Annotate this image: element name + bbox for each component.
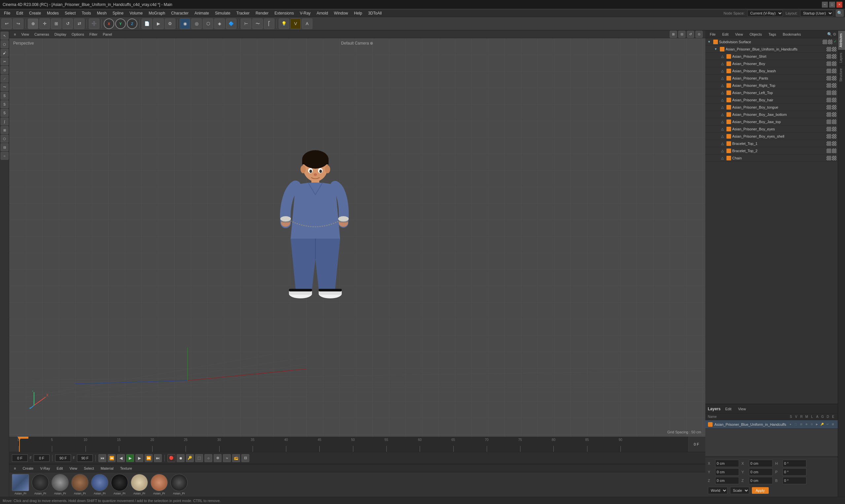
material-item-3[interactable]: Asian_Pr [71,474,88,495]
tool-magnet[interactable]: ⊙ [1,66,8,74]
vp-menu-icon[interactable]: ≡ [12,32,18,37]
object-tool-button[interactable]: ◉ [180,18,190,29]
tree-item-right-top[interactable]: △ Asian_Prisoner_Right_Top [705,82,838,89]
vp-expand-button[interactable]: ⊞ [670,31,677,38]
menu-simulate[interactable]: Simulate [212,10,233,16]
tree-item-chain[interactable]: △ Chain [705,155,838,162]
layer-ctrl-s[interactable]: ● [788,422,793,427]
tool-cursor[interactable]: ↖ [1,32,8,40]
viewport-canvas[interactable]: Perspective Default Camera ⊕ [9,38,705,437]
motion-path-button[interactable]: ⬚ [195,454,203,462]
b-rot-input[interactable] [782,477,806,484]
end-frame-input[interactable] [77,454,93,462]
material-item-6[interactable]: Asian_Pr [131,474,148,495]
axis-z-button[interactable]: Z [127,18,137,29]
menu-render[interactable]: Render [253,10,271,16]
tree-item-pants[interactable]: △ Asian_Prisoner_Pants [705,75,838,82]
vp-menu-panel[interactable]: Panel [101,32,114,37]
menu-character[interactable]: Character [169,10,191,16]
tree-item-eyes-shell[interactable]: △ Asian_Prisoner_Boy_eyes_shell [705,133,838,140]
mat-menu-view[interactable]: View [67,466,79,471]
tool-s3[interactable]: S [1,109,8,117]
tags-btn[interactable]: Tags [765,32,779,37]
undo-button[interactable]: ↩ [1,18,12,29]
step-frame-input[interactable] [34,454,50,462]
total-frames-input[interactable] [55,454,71,462]
go-to-end-button[interactable]: ⏭ [154,454,162,462]
menu-create[interactable]: Create [27,10,43,16]
snap-button[interactable]: ⊢ [241,18,251,29]
layer-ctrl-e[interactable]: ⊞ [830,422,835,427]
minimize-button[interactable]: − [822,2,828,7]
tree-item-jaw-bottom[interactable]: △ Asian_Prisoner_Boy_Jaw_bottom [705,111,838,118]
apply-button[interactable]: Apply [752,487,769,494]
world-space-dropdown[interactable]: World [708,487,727,494]
step-forward-button[interactable]: ⏩ [145,454,153,462]
edge-tab-structure[interactable]: Structure [838,65,845,85]
texture-mode-button[interactable]: ▶ [153,18,164,29]
material-item-7[interactable]: Asian_Pr [151,474,168,495]
object-mode-button[interactable]: 📄 [142,18,152,29]
timeline-ruler-area[interactable]: 0 5 10 15 20 25 30 35 40 [18,437,687,452]
tree-item-leash[interactable]: △ Asian_Prisoner_Boy_leash [705,67,838,75]
tree-item-eyes[interactable]: △ Asian_Prisoner_Boy_eyes [705,125,838,133]
axis-x-button[interactable]: X [104,18,114,29]
vp-menu-view[interactable]: View [19,32,31,37]
onion-skin-button[interactable]: ○ [205,454,212,462]
layer-ctrl-g[interactable]: 🔑 [820,422,825,427]
right-panel-search[interactable]: 🔍 [827,32,832,37]
add-button[interactable]: ➕ [89,18,100,29]
mat-menu-material[interactable]: Material [99,466,116,471]
tree-item-tongue[interactable]: △ Asian_Prisoner_Boy_tongue [705,104,838,111]
menu-modes[interactable]: Modes [44,10,61,16]
menu-volume[interactable]: Volume [127,10,145,16]
view-btn[interactable]: View [732,32,746,37]
tree-item-boy[interactable]: △ Asian_Prisoner_Boy [705,60,838,67]
redo-button[interactable]: ↪ [13,18,23,29]
bookmarks-btn[interactable]: Bookmarks [779,32,804,37]
material-item-8[interactable]: Asian_Pr [170,474,188,495]
p-rot-input[interactable] [782,468,806,475]
tool-checker[interactable]: ⊟ [1,143,8,151]
menu-animate[interactable]: Animate [192,10,212,16]
material-item-2[interactable]: Asian_Pr [52,474,69,495]
tool-select-button[interactable]: ✛ [39,18,50,29]
tool-spline-draw[interactable]: 〜 [1,83,8,91]
material-item-4[interactable]: Asian_Pr [91,474,108,495]
menu-3dtoall[interactable]: 3DToAll [366,10,384,16]
edge-tab-attributes[interactable]: Attributes [838,30,845,50]
mat-menu-texture[interactable]: Texture [118,466,134,471]
play-button[interactable]: ▶ [126,454,134,462]
material-item-5[interactable]: Asian_Pr [111,474,128,495]
tree-item-subdivision[interactable]: ▼ Subdivision Surface ✓ [705,38,838,46]
tree-item-hair[interactable]: △ Asian_Prisoner_Boy_hair [705,96,838,104]
maximize-button[interactable]: □ [829,2,835,7]
tree-item-bracelet2[interactable]: △ Bracelet_Top_2 [705,147,838,155]
go-to-start-button[interactable]: ⏮ [99,454,106,462]
material-item-0[interactable]: Asian_Pr [12,474,29,495]
point-tool-button[interactable]: ◎ [191,18,202,29]
render-settings-button[interactable]: ⚙ [165,18,175,29]
tool-s2[interactable]: S [1,100,8,108]
tool-grid[interactable]: ⊞ [1,126,8,134]
layers-view-menu[interactable]: View [736,406,748,412]
x-size-input[interactable] [749,460,773,467]
timeline-extra1[interactable]: ⊕ [214,454,222,462]
mat-menu-vray[interactable]: V-Ray [38,466,52,471]
tool-polygon[interactable]: ⬡ [1,40,8,48]
menu-window[interactable]: Window [331,10,351,16]
mat-menu-edit[interactable]: Edit [54,466,65,471]
vp-menu-options[interactable]: Options [70,32,86,37]
auto-keyframe-button[interactable]: 🔑 [186,454,194,462]
spline-button[interactable]: 〜 [252,18,263,29]
tree-item-shirt[interactable]: △ Asian_Prisoner_Shirt [705,53,838,60]
h-rot-input[interactable] [782,460,806,467]
vp-menu-display[interactable]: Display [53,32,68,37]
tool-knife[interactable]: ✂ [1,57,8,65]
layer-ctrl-r[interactable]: ⊟ [799,422,804,427]
layer-ctrl-m[interactable]: ⊕ [804,422,809,427]
tool-move-button[interactable]: ⊕ [28,18,38,29]
menu-tools[interactable]: Tools [79,10,93,16]
tool-scale-button[interactable]: ⊞ [51,18,61,29]
z-position-input[interactable] [715,477,739,484]
